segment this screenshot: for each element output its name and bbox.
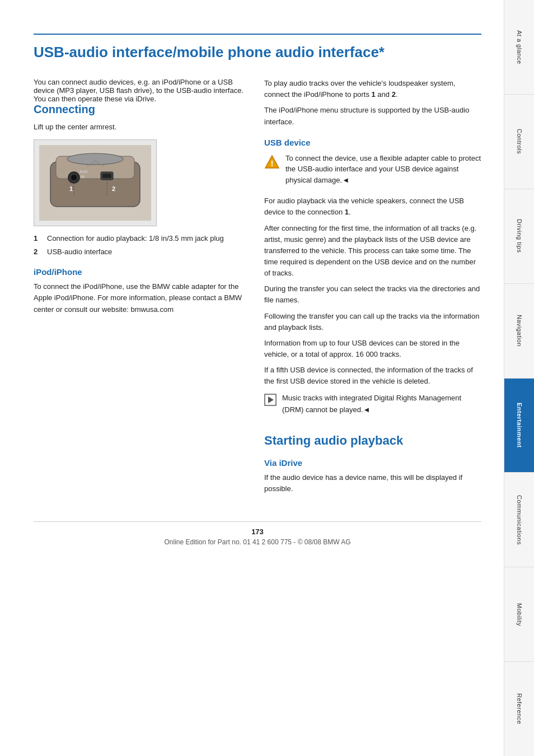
main-content: USB-audio interface/mobile phone audio i… (0, 0, 504, 756)
sidebar-tab-controls[interactable]: Controls (504, 95, 534, 189)
sidebar-tab-navigation[interactable]: Navigation (504, 284, 534, 379)
right-column: To play audio tracks over the vehicle's … (264, 78, 481, 499)
usb-para3: During the transfer you can select the t… (264, 283, 481, 306)
ipod-heading: iPod/iPhone (34, 267, 246, 277)
item-2-text: USB-audio interface (47, 246, 112, 258)
usb-para5: Information from up to four USB devices … (264, 338, 481, 360)
sidebar-tab-at-a-glance[interactable]: At a glance (504, 0, 534, 95)
svg-text:IN: IN (81, 175, 85, 179)
sidebar-tab-communications[interactable]: Communications (504, 473, 534, 567)
item-2-num: 2 (34, 246, 44, 258)
numbered-list: 1 Connection for audio playback: 1/8 in/… (34, 233, 246, 257)
page-title: USB-audio interface/mobile phone audio i… (34, 34, 481, 61)
armrest-image: 1 AUX IN 2 (34, 139, 157, 226)
via-idrive-text: If the audio device has a device name, t… (264, 472, 481, 494)
svg-marker-17 (268, 396, 274, 403)
usb-para1: For audio playback via the vehicle speak… (264, 195, 481, 218)
drm-note-box: Music tracks with integrated Digital Rig… (264, 393, 481, 419)
sidebar-tab-reference[interactable]: Reference (504, 662, 534, 756)
left-column: You can connect audio devices, e.g. an i… (34, 78, 246, 499)
page-wrapper: USB-audio interface/mobile phone audio i… (0, 0, 534, 756)
svg-point-3 (67, 153, 123, 165)
starting-heading: Starting audio playback (264, 433, 481, 448)
list-item-1: 1 Connection for audio playback: 1/8 in/… (34, 233, 246, 244)
usb-para2: After connecting for the first time, the… (264, 223, 481, 279)
footer: 173 Online Edition for Part no. 01 41 2 … (34, 521, 481, 546)
drm-note-text: Music tracks with integrated Digital Rig… (282, 393, 481, 415)
svg-text:2: 2 (112, 185, 115, 192)
page-number: 173 (34, 528, 481, 536)
sidebar-tab-mobility[interactable]: Mobility (504, 567, 534, 662)
sidebar-tab-entertainment[interactable]: Entertainment (504, 379, 534, 473)
connecting-heading: Connecting (34, 103, 246, 116)
svg-text:AUX: AUX (79, 170, 88, 174)
usb-para6: If a fifth USB device is connected, the … (264, 365, 481, 387)
footer-text: Online Edition for Part no. 01 41 2 600 … (34, 538, 481, 546)
intro-paragraphs: You can connect audio devices, e.g. an i… (34, 78, 246, 103)
warning-text: To connect the device, use a flexible ad… (285, 153, 481, 186)
warning-box: ! To connect the device, use a flexible … (264, 153, 481, 190)
item-1-num: 1 (34, 233, 44, 244)
warning-icon: ! (264, 154, 280, 170)
svg-point-5 (71, 175, 77, 180)
svg-text:!: ! (271, 159, 274, 168)
svg-text:1: 1 (69, 185, 73, 192)
armrest-svg: 1 AUX IN 2 (39, 145, 151, 221)
two-col-layout: You can connect audio devices, e.g. an i… (34, 78, 481, 499)
sidebar: At a glance Controls Driving tips Naviga… (504, 0, 534, 756)
svg-rect-10 (102, 174, 111, 178)
via-idrive-heading: Via iDrive (264, 458, 481, 468)
menu-structure-text: The iPod/iPhone menu structure is suppor… (264, 105, 481, 127)
ipod-text: To connect the iPod/iPhone, use the BMW … (34, 281, 246, 315)
play-icon (264, 394, 277, 406)
sidebar-tab-driving-tips[interactable]: Driving tips (504, 189, 534, 284)
list-item-2: 2 USB-audio interface (34, 246, 246, 258)
lift-instruction: Lift up the center armrest. (34, 122, 246, 133)
usb-device-heading: USB device (264, 138, 481, 147)
item-1-text: Connection for audio playback: 1/8 in/3.… (47, 233, 224, 244)
usb-para4: Following the transfer you can call up t… (264, 311, 481, 333)
loudspeaker-text: To play audio tracks over the vehicle's … (264, 78, 481, 100)
